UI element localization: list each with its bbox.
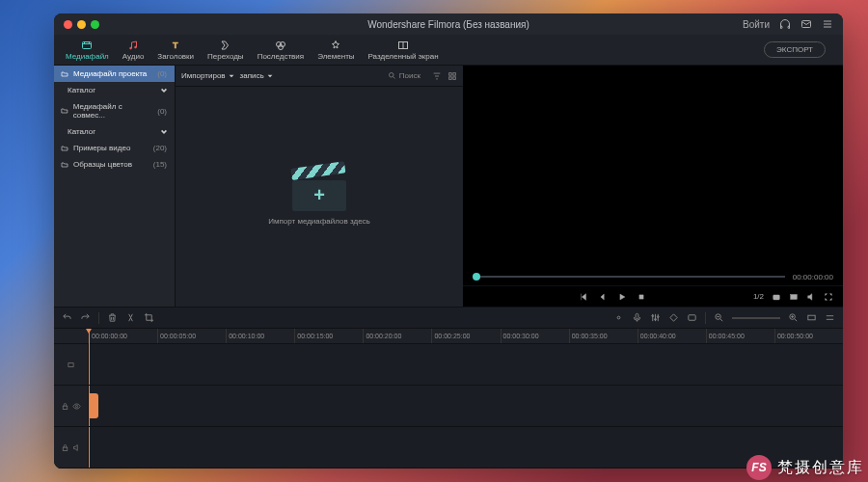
tab-transitions[interactable]: Переходы: [202, 38, 250, 63]
svg-point-3: [135, 46, 137, 48]
sidebar-item-3[interactable]: Каталог: [54, 123, 175, 140]
headphones-icon[interactable]: [779, 18, 791, 30]
svg-rect-10: [449, 72, 452, 75]
media-search[interactable]: Поиск: [388, 71, 420, 80]
quality-icon[interactable]: [789, 292, 799, 302]
marker-icon[interactable]: [613, 312, 624, 323]
volume-icon[interactable]: [806, 292, 816, 302]
ruler-tick: 00:00:50:00: [774, 329, 843, 343]
zoom-in-icon[interactable]: [788, 312, 799, 323]
zoom-fit-icon[interactable]: [806, 312, 817, 323]
folder-icon: [60, 70, 69, 78]
svg-rect-1: [83, 41, 92, 48]
scrub-bar[interactable]: [473, 276, 785, 278]
svg-point-16: [775, 296, 778, 299]
ruler-tick: 00:00:05:00: [157, 329, 226, 343]
ruler-tick: 00:00:35:00: [569, 329, 637, 343]
mixer-icon[interactable]: [650, 312, 661, 323]
svg-rect-27: [68, 362, 73, 366]
window-title: Wondershare Filmora (Без названия): [367, 19, 529, 30]
audio-track[interactable]: [89, 427, 843, 469]
minimize-button[interactable]: [77, 20, 86, 29]
main-tabs: Медиафайл Аудио T Заголовки Переходы Пос…: [54, 35, 843, 66]
folder-icon: [60, 145, 69, 152]
tab-effects-label: Последствия: [258, 52, 305, 61]
step-back-button[interactable]: [598, 292, 608, 302]
tab-titles[interactable]: T Заголовки: [151, 38, 200, 63]
grid-view-icon[interactable]: [448, 71, 457, 81]
tab-audio[interactable]: Аудио: [117, 38, 150, 63]
svg-rect-13: [453, 76, 456, 79]
tab-effects[interactable]: Последствия: [252, 38, 311, 63]
tab-elements[interactable]: Элементы: [312, 38, 360, 63]
redo-button[interactable]: [80, 312, 91, 323]
tab-titles-label: Заголовки: [157, 52, 194, 61]
fullscreen-icon[interactable]: [824, 292, 833, 302]
chevron-down-icon: [159, 87, 169, 94]
folder-icon: [60, 107, 69, 115]
import-dropdown[interactable]: Импортиров: [181, 71, 234, 80]
video-track[interactable]: [89, 344, 843, 386]
watermark: FS 梵摄创意库: [746, 455, 864, 480]
stop-button[interactable]: [637, 292, 646, 302]
tab-split-screen[interactable]: Разделенный экран: [363, 38, 445, 63]
delete-button[interactable]: [107, 312, 118, 323]
undo-button[interactable]: [62, 312, 72, 323]
split-button[interactable]: [125, 312, 136, 323]
watermark-badge: FS: [746, 455, 772, 480]
zoom-slider[interactable]: [732, 317, 780, 319]
mic-icon[interactable]: [632, 312, 642, 323]
svg-point-2: [130, 47, 132, 49]
main-track[interactable]: [89, 386, 843, 427]
filter-icon[interactable]: [432, 71, 442, 81]
sidebar-item-0[interactable]: Медиафайл проекта(0): [54, 66, 175, 82]
export-button[interactable]: ЭКСПОРТ: [764, 41, 826, 58]
svg-text:T: T: [173, 40, 178, 50]
tab-split-label: Разделенный экран: [368, 52, 439, 61]
track-toggle-main[interactable]: [54, 386, 88, 427]
sidebar-item-5[interactable]: Образцы цветов(15): [54, 156, 175, 173]
play-button[interactable]: [617, 292, 627, 302]
traffic-lights: [64, 20, 99, 29]
sidebar-item-1[interactable]: Каталог: [54, 82, 175, 98]
track-toggle-audio[interactable]: [54, 427, 88, 469]
close-button[interactable]: [64, 20, 72, 29]
tab-media[interactable]: Медиафайл: [60, 38, 115, 63]
sidebar-item-4[interactable]: Примеры видео(20): [54, 140, 175, 156]
ruler-tick: 00:00:00:00: [89, 329, 157, 343]
svg-rect-19: [636, 313, 638, 319]
eye-icon: [72, 402, 81, 411]
svg-rect-14: [639, 294, 643, 298]
chevron-down-icon: [159, 128, 169, 136]
snapshot-icon[interactable]: [772, 292, 781, 302]
render-icon[interactable]: [687, 312, 697, 323]
crop-button[interactable]: [144, 312, 154, 323]
svg-rect-17: [791, 294, 798, 299]
maximize-button[interactable]: [91, 20, 99, 29]
video-preview[interactable]: [463, 66, 843, 268]
svg-rect-11: [453, 72, 456, 75]
menu-icon[interactable]: [822, 18, 833, 30]
settings-icon[interactable]: [825, 312, 835, 323]
search-icon: [388, 71, 396, 80]
ruler-tick: 00:00:10:00: [226, 329, 294, 343]
track-toggle-video[interactable]: [54, 344, 88, 386]
record-dropdown[interactable]: запись: [240, 71, 273, 80]
import-drop-area[interactable]: Импорт медиафайлов здесь: [176, 87, 463, 307]
mail-icon[interactable]: [800, 18, 812, 30]
sidebar-item-2[interactable]: Медиафайл с совмес...(0): [54, 98, 175, 123]
preview-panel: 00:00:00:00 1/2: [463, 66, 843, 307]
app-window: Wondershare Filmora (Без названия) Войти…: [54, 13, 843, 469]
zoom-out-icon[interactable]: [714, 312, 724, 323]
keyframe-icon[interactable]: [668, 312, 679, 323]
svg-rect-23: [689, 315, 695, 321]
drop-text: Импорт медиафайлов здесь: [268, 217, 370, 226]
login-link[interactable]: Войти: [743, 19, 770, 30]
timeline-ruler[interactable]: 00:00:00:0000:00:05:0000:00:10:0000:00:1…: [54, 329, 843, 344]
mute-icon: [72, 443, 81, 452]
svg-rect-30: [63, 447, 68, 450]
svg-rect-26: [808, 315, 815, 320]
zoom-select[interactable]: 1/2: [753, 292, 764, 301]
prev-frame-button[interactable]: [579, 292, 588, 302]
lock-icon: [61, 402, 69, 411]
